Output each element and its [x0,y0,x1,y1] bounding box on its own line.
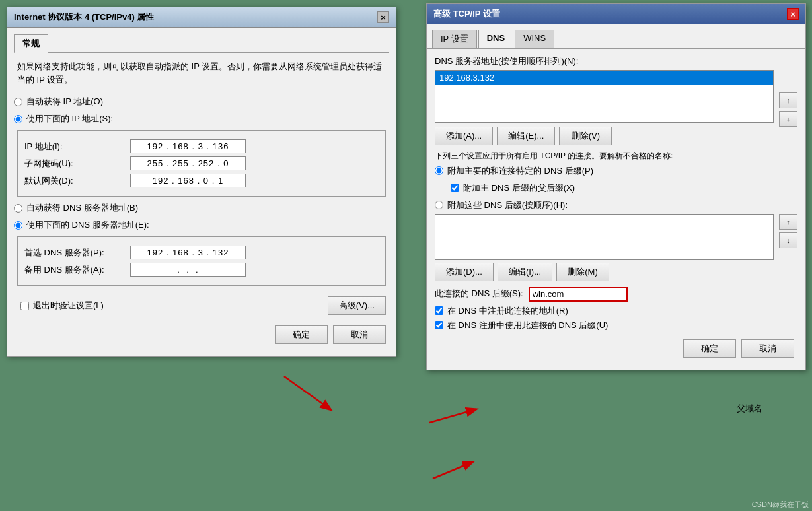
suffix-actions-row: 添加(D)... 编辑(I)... 删除(M) [435,263,797,281]
use-ip-input[interactable] [14,115,22,123]
tab-dns[interactable]: DNS [478,30,513,48]
append-parent-checkbox-row: 附加主 DNS 后缀的父后缀(X) [451,182,794,194]
append-specific-input[interactable] [435,201,443,209]
register-dns-row: 在 DNS 中注册此连接的地址(R) [435,305,797,317]
append-primary-radio[interactable]: 附加主要的和连接特定的 DNS 后缀(P) [435,165,797,177]
dns-arrow-buttons: ↑ ↓ [779,55,797,127]
preferred-dns-row: 首选 DNS 服务器(P): [24,246,379,259]
use-dns-suffix-row: 在 DNS 注册中使用此连接的 DNS 后缀(U) [435,320,797,331]
preferred-dns-input[interactable] [130,246,246,259]
right-dialog: 高级 TCP/IP 设置 × IP 设置 DNS WINS DNS 服务器地址(… [426,3,806,370]
left-dialog-title-text: Internet 协议版本 4 (TCP/IPv4) 属性 [14,11,154,23]
dns-up-button[interactable]: ↑ [779,92,797,108]
ok-button[interactable]: 确定 [275,325,328,344]
auto-dns-group: 自动获得 DNS 服务器地址(B) [14,202,389,214]
suffix-edit-button[interactable]: 编辑(I)... [498,263,552,281]
use-ip-radio[interactable]: 使用下面的 IP 地址(S): [14,113,389,125]
right-dialog-title-text: 高级 TCP/IP 设置 [433,8,500,20]
dns-add-button[interactable]: 添加(A)... [435,127,493,145]
watermark: CSDN@我在干饭 [752,500,809,510]
ip-address-row: IP 地址(I): [24,139,379,153]
right-dialog-close-button[interactable]: × [787,8,799,20]
right-ok-button[interactable]: 确定 [683,339,736,358]
subnet-input[interactable] [130,156,246,170]
right-tab-bar: IP 设置 DNS WINS [427,24,805,49]
register-dns-checkbox[interactable] [435,306,443,315]
dns-delete-button[interactable]: 删除(V) [559,127,612,145]
suffix-add-button[interactable]: 添加(D)... [435,263,494,281]
suffix-arrow-buttons: ↑ ↓ [779,214,797,248]
dns-edit-button[interactable]: 编辑(E)... [497,127,555,145]
gateway-input[interactable] [130,174,246,187]
suffix-down-button[interactable]: ↓ [779,232,797,248]
suffix-up-button[interactable]: ↑ [779,214,797,230]
validate-checkbox-row: 退出时验证设置(L) [20,300,104,312]
suffix-dns-input[interactable] [529,287,628,302]
ip-address-input[interactable] [130,139,246,153]
dns-actions-row: 添加(A)... 编辑(E)... 删除(V) [435,127,797,145]
alternate-dns-row: 备用 DNS 服务器(A): [24,263,379,277]
append-primary-input[interactable] [435,166,443,175]
left-dialog-buttons: 确定 取消 [14,320,389,349]
right-dialog-title: 高级 TCP/IP 设置 × [427,4,805,24]
dns-down-button[interactable]: ↓ [779,111,797,127]
suffix-delete-button[interactable]: 删除(M) [556,263,609,281]
left-dialog-close-button[interactable]: × [377,11,389,23]
dns-server-list-label: DNS 服务器地址(按使用顺序排列)(N): [435,55,774,67]
left-tab-bar: 常规 [14,34,389,53]
tab-ip-settings[interactable]: IP 设置 [432,30,477,48]
auto-dns-input[interactable] [14,204,22,213]
auto-ip-radio[interactable]: 自动获得 IP 地址(O) [14,96,389,108]
auto-ip-input[interactable] [14,98,22,106]
validate-checkbox[interactable] [20,302,29,310]
use-dns-suffix-checkbox[interactable] [435,321,443,329]
dns-list-item[interactable]: 192.168.3.132 [435,71,773,85]
suffix-list-box[interactable] [435,214,774,260]
ip-fields-group: IP 地址(I): 子网掩码(U): 默认网关(D): [17,130,386,197]
suffix-dns-row: 此连接的 DNS 后缀(S): [435,287,797,302]
use-dns-input[interactable] [14,221,22,230]
cancel-button[interactable]: 取消 [333,325,386,344]
left-dialog-title: Internet 协议版本 4 (TCP/IPv4) 属性 × [7,7,396,28]
use-dns-group: 使用下面的 DNS 服务器地址(E): [14,219,389,231]
dns-fields-group: 首选 DNS 服务器(P): 备用 DNS 服务器(A): [17,236,386,286]
tab-general[interactable]: 常规 [14,34,48,53]
left-dialog-content: 常规 如果网络支持此功能，则可以获取自动指派的 IP 设置。否则，你需要从网络系… [7,28,396,356]
subnet-row: 子网掩码(U): [24,156,379,170]
auto-ip-group: 自动获得 IP 地址(O) [14,96,389,108]
append-specific-radio[interactable]: 附加这些 DNS 后缀(按顺序)(H): [435,199,797,211]
auto-dns-radio[interactable]: 自动获得 DNS 服务器地址(B) [14,202,389,214]
use-ip-group: 使用下面的 IP 地址(S): [14,113,389,125]
right-dialog-buttons: 确定 取消 [435,334,797,363]
tab-wins[interactable]: WINS [515,30,554,48]
gateway-row: 默认网关(D): [24,174,379,187]
section-desc: 下列三个设置应用于所有启用 TCP/IP 的连接。要解析不合格的名称: [435,151,797,162]
right-dialog-content: DNS 服务器地址(按使用顺序排列)(N): 192.168.3.132 ↑ ↓… [427,49,805,370]
advanced-button[interactable]: 高级(V)... [328,296,386,315]
left-dialog: Internet 协议版本 4 (TCP/IPv4) 属性 × 常规 如果网络支… [7,7,396,357]
parent-domain-label: 父域名 [737,403,762,415]
use-dns-radio[interactable]: 使用下面的 DNS 服务器地址(E): [14,219,389,231]
desc-text: 如果网络支持此功能，则可以获取自动指派的 IP 设置。否则，你需要从网络系统管理… [17,60,386,86]
alternate-dns-input[interactable] [130,263,246,277]
dns-server-list[interactable]: 192.168.3.132 [435,70,774,123]
right-cancel-button[interactable]: 取消 [741,339,794,358]
append-parent-checkbox[interactable] [451,184,459,192]
